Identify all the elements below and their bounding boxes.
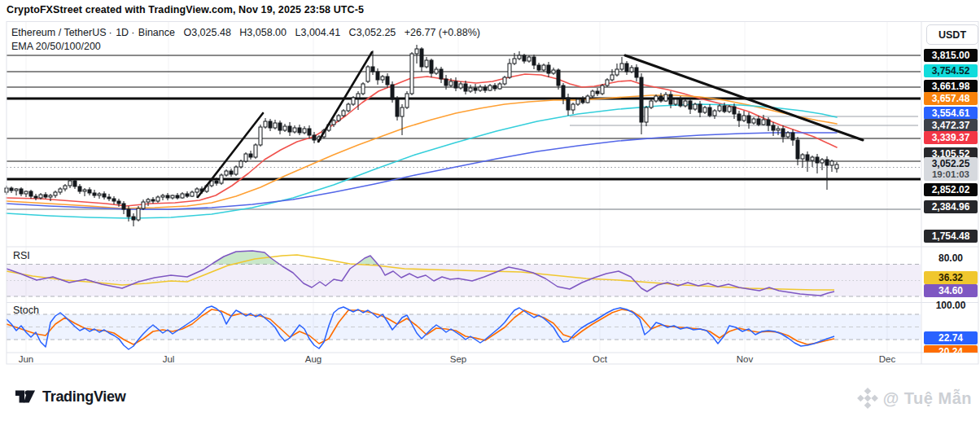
time-axis-label-oct: Oct bbox=[593, 354, 607, 364]
candle-body bbox=[225, 171, 228, 175]
candle-body bbox=[684, 101, 687, 106]
candle-body bbox=[532, 57, 536, 65]
candle-body bbox=[244, 154, 247, 161]
candle-body bbox=[786, 133, 790, 137]
exchange-label: Binance bbox=[138, 27, 175, 38]
trendline[interactable] bbox=[318, 52, 372, 142]
candle-body bbox=[171, 195, 174, 198]
price-level-label: 3,815.00 bbox=[924, 49, 978, 62]
candle-body bbox=[78, 186, 81, 191]
candle-body bbox=[493, 86, 497, 89]
candle-body bbox=[249, 154, 252, 157]
stoch-pane-title[interactable]: Stoch bbox=[13, 305, 39, 316]
candle-body bbox=[103, 194, 106, 197]
candle-body bbox=[376, 72, 379, 80]
candle-body bbox=[777, 129, 780, 130]
candle-body bbox=[698, 104, 702, 112]
candle-body bbox=[190, 192, 194, 196]
candle-body bbox=[708, 107, 711, 116]
price-level-label: 3,554.61 bbox=[924, 107, 978, 120]
rsi-pane-title[interactable]: RSI bbox=[13, 250, 30, 261]
price-level-label: 2,384.96 bbox=[924, 200, 978, 213]
price-level-label: 3,339.37 bbox=[924, 131, 978, 144]
candle-body bbox=[161, 195, 164, 197]
candle-body bbox=[107, 197, 111, 199]
interval-label: 1D bbox=[116, 27, 129, 38]
candle-body bbox=[772, 125, 775, 130]
candle-body bbox=[313, 135, 316, 140]
ema200-line bbox=[7, 133, 837, 209]
candle-body bbox=[596, 91, 599, 94]
candle-body bbox=[420, 49, 423, 67]
candle-body bbox=[20, 189, 23, 194]
candle-body bbox=[230, 171, 233, 174]
candle-body bbox=[88, 190, 91, 193]
candle-body bbox=[508, 64, 511, 77]
candle-body bbox=[825, 160, 829, 165]
chart-canvas[interactable] bbox=[0, 0, 980, 421]
candle-body bbox=[83, 190, 86, 191]
candle-body bbox=[288, 126, 291, 132]
candle-body bbox=[239, 161, 243, 167]
candle-body bbox=[220, 175, 223, 183]
candle-body bbox=[552, 70, 555, 73]
low-value: L3,004.41 bbox=[295, 27, 341, 38]
price-level-label: 3,754.52 bbox=[924, 64, 978, 77]
candle-body bbox=[342, 111, 345, 116]
candle-body bbox=[630, 68, 633, 72]
candle-body bbox=[518, 55, 521, 59]
candle-body bbox=[269, 121, 272, 128]
candle-body bbox=[142, 202, 145, 208]
candle-body bbox=[537, 65, 540, 70]
price-level-label: 3,661.98 bbox=[924, 80, 978, 93]
time-axis-label-jun: Jun bbox=[19, 354, 34, 364]
candle-body bbox=[659, 96, 663, 101]
currency-toggle-button[interactable]: USDT bbox=[926, 24, 978, 45]
candle-body bbox=[654, 96, 658, 101]
candle-body bbox=[430, 60, 433, 73]
candle-body bbox=[29, 191, 33, 196]
current-price-label: 3,052.2519:01:03 bbox=[924, 157, 978, 181]
candle-body bbox=[674, 99, 677, 104]
candle-body bbox=[689, 101, 692, 109]
candle-body bbox=[645, 107, 648, 122]
symbol-name: Ethereum / TetherUS bbox=[11, 27, 107, 38]
candle-body bbox=[513, 59, 516, 64]
candle-body bbox=[283, 126, 287, 130]
candle-body bbox=[557, 70, 560, 86]
ema-legend[interactable]: EMA 20/50/100/200 bbox=[11, 41, 101, 52]
tradingview-logo-icon bbox=[15, 388, 36, 406]
candle-body bbox=[278, 123, 282, 130]
candle-body bbox=[435, 69, 438, 73]
candle-body bbox=[195, 189, 199, 192]
candle-body bbox=[562, 86, 565, 98]
candle-body bbox=[273, 123, 277, 128]
price-level-label: 1,754.48 bbox=[924, 230, 978, 243]
candle-body bbox=[54, 192, 57, 195]
candle-body bbox=[581, 99, 584, 103]
candle-body bbox=[454, 81, 457, 88]
candle-body bbox=[742, 116, 746, 121]
candle-body bbox=[186, 194, 189, 196]
candle-body bbox=[15, 189, 18, 191]
footer-brand[interactable]: TradingView bbox=[15, 388, 125, 406]
candle-body bbox=[44, 195, 47, 197]
candle-body bbox=[483, 87, 487, 90]
candle-body bbox=[361, 84, 365, 94]
candle-body bbox=[693, 104, 697, 109]
candle-body bbox=[181, 194, 184, 198]
trendline[interactable] bbox=[198, 113, 263, 197]
candle-body bbox=[650, 101, 653, 107]
candle-body bbox=[664, 94, 667, 101]
stoch-d-axis-label-clipped: 20.24 bbox=[924, 345, 978, 353]
candle-body bbox=[63, 186, 67, 189]
candle-body bbox=[757, 119, 760, 125]
symbol-legend[interactable]: Ethereum / TetherUS· 1D· Binance O3,025.… bbox=[11, 27, 486, 38]
candle-body bbox=[801, 155, 804, 159]
tradingview-brand-text: TradingView bbox=[42, 388, 125, 406]
candle-body bbox=[606, 80, 609, 86]
candle-body bbox=[166, 195, 169, 198]
candle-body bbox=[117, 201, 120, 204]
candle-body bbox=[703, 107, 707, 112]
axis-tick-label: 100.00 bbox=[924, 299, 978, 312]
